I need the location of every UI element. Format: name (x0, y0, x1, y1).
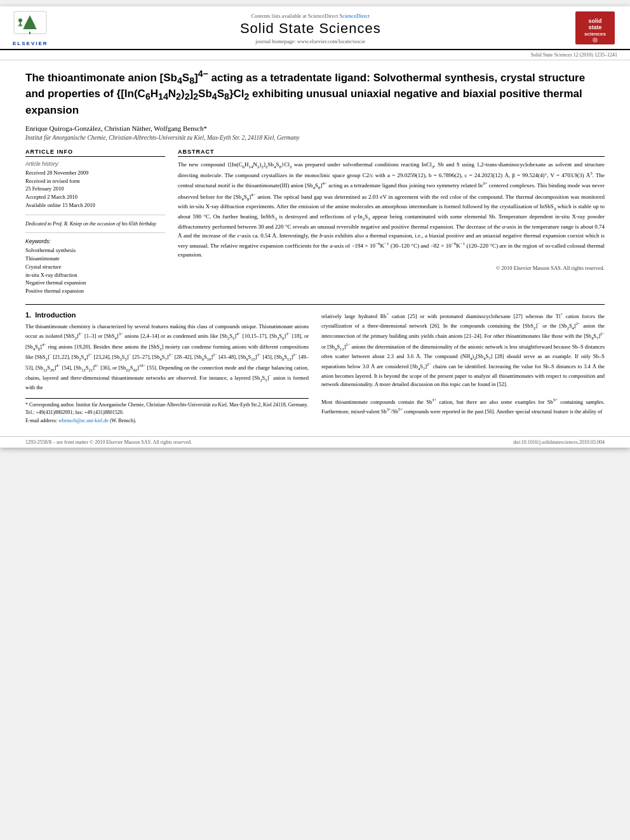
svg-point-12 (593, 37, 598, 43)
abstract-column: ABSTRACT The new compound {[In(C6H14N2)2… (178, 149, 605, 295)
sciencedirect-line: Contents lists available at ScienceDirec… (48, 13, 573, 19)
abstract-text: The new compound {[In(C6H14N2)2]2Sb4S8}C… (178, 161, 605, 260)
abstract-section-label: ABSTRACT (178, 149, 605, 157)
introduction-body-left: The thioantimonate chemistry is characte… (25, 323, 309, 392)
available-date: Available online 15 March 2010 (25, 202, 165, 210)
page-footer: 1293-2558/$ – see front matter © 2010 El… (0, 436, 630, 448)
main-content: The thioantimonate anion [Sb4S8]4− actin… (0, 60, 630, 436)
section-number: 1. (25, 311, 31, 319)
svg-text:state: state (588, 24, 601, 30)
svg-text:solid: solid (588, 18, 601, 24)
revised-date: 25 February 2010 (25, 185, 165, 193)
footer-doi: doi:10.1016/j.solidstatesciences.2010.03… (513, 439, 605, 445)
keywords-label: Keywords: (25, 238, 165, 244)
keywords-list: Solvothermal synthesis Thioantimonate Cr… (25, 246, 165, 295)
keyword-6: Positive thermal expansion (25, 287, 165, 295)
accepted-date: Accepted 2 March 2010 (25, 194, 165, 201)
section-1-heading: 1. Introduction (25, 311, 309, 319)
article-info-column: ARTICLE INFO Article history: Received 2… (25, 149, 165, 295)
journal-homepage: journal homepage: www.elsevier.com/locat… (48, 38, 573, 44)
article-info-section-label: ARTICLE INFO (25, 149, 165, 157)
page: ELSEVIER Contents lists available at Sci… (0, 6, 630, 448)
introduction-section: 1. Introduction The thioantimonate chemi… (25, 311, 605, 426)
article-info-abstract-section: ARTICLE INFO Article history: Received 2… (25, 149, 605, 295)
footer-issn: 1293-2558/$ – see front matter © 2010 El… (25, 439, 192, 445)
keyword-3: Crystal structure (25, 263, 165, 271)
introduction-body-right: relatively large hydrated Rb+ cation [25… (321, 311, 605, 417)
email-link[interactable]: wbensch@ac.uni-kiel.de (58, 418, 109, 423)
journal-title: Solid State Sciences (48, 20, 573, 37)
keyword-2: Thioantimonate (25, 255, 165, 263)
dedication: Dedicated to Prof. R. Kniep on the occas… (25, 220, 165, 227)
copyright-line: © 2010 Elsevier Masson SAS. All rights r… (178, 265, 605, 271)
elsevier-wordmark: ELSEVIER (13, 41, 48, 46)
keyword-4: in-situ X-ray diffraction (25, 271, 165, 279)
svg-point-4 (18, 18, 22, 22)
journal-header-center: Contents lists available at ScienceDirec… (48, 13, 573, 44)
keyword-1: Solvothermal synthesis (25, 246, 165, 255)
solid-state-logo: solid state sciences (573, 11, 617, 46)
footnotes-area: * Corresponding author. Institut für Ano… (25, 398, 309, 425)
article-title: The thioantimonate anion [Sb4S8]4− actin… (25, 68, 605, 118)
section-separator (25, 304, 605, 305)
svg-text:sciences: sciences (584, 31, 606, 37)
introduction-right: relatively large hydrated Rb+ cation [25… (321, 311, 605, 426)
citation-line: Solid State Sciences 12 (2010) 1235–1241 (0, 50, 630, 60)
received-date: Received 28 November 2009 (25, 170, 165, 177)
introduction-left: 1. Introduction The thioantimonate chemi… (25, 311, 309, 426)
affiliation: Institut für Anorganische Chemie, Christ… (25, 135, 605, 141)
footnote-email: E-mail address: wbensch@ac.uni-kiel.de (… (25, 417, 309, 425)
info-divider (25, 215, 165, 215)
received-revised-label: Received in revised form (25, 178, 165, 185)
history-label: Article history: (25, 161, 165, 167)
section-title: Introduction (35, 311, 76, 319)
authors: Enrique Quiroga-González, Christian Näth… (25, 124, 605, 132)
keywords-divider (25, 232, 165, 233)
keyword-5: Negative thermal expansion (25, 279, 165, 287)
sciencedirect-link[interactable]: ScienceDirect (339, 13, 370, 19)
svg-marker-3 (23, 19, 37, 29)
elsevier-logo: ELSEVIER (13, 10, 48, 46)
journal-header: ELSEVIER Contents lists available at Sci… (0, 6, 630, 50)
footnote-corresponding: * Corresponding author. Institut für Ano… (25, 401, 309, 416)
